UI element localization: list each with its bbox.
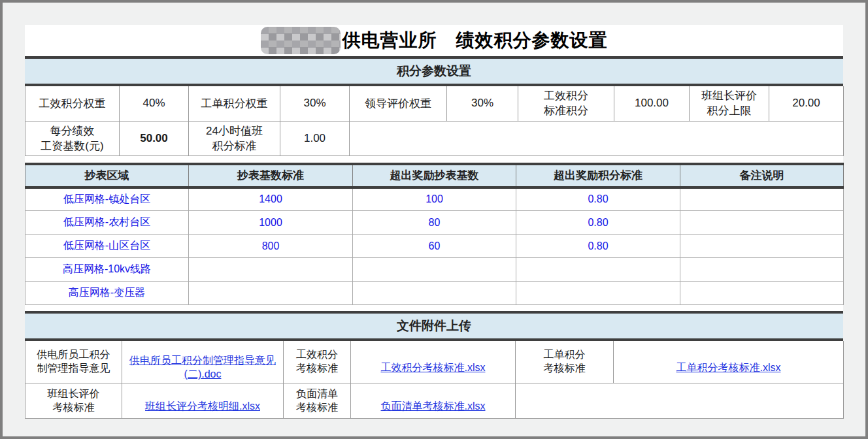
label-foreman-eval-file: 班组长评价 考核标准 [25, 383, 122, 419]
label-wage-base-per-point: 每分绩效 工资基数(元) [25, 121, 120, 155]
params-table: 工效积分权重 40% 工单积分权重 30% 领导评价权重 30% 工效积分 标准… [25, 86, 844, 156]
area-cell: 高压网格-10kv线路 [25, 258, 189, 282]
section-header-attachments: 文件附件上传 [25, 311, 843, 341]
value-foreman-eval-cap[interactable]: 20.00 [769, 86, 844, 121]
table-row: 高压网格-10kv线路 [25, 258, 844, 282]
table-row: 低压网格-山区台区 800 60 0.80 [25, 235, 844, 258]
remarks-cell[interactable] [680, 211, 844, 235]
attachments-row-2: 班组长评价 考核标准 班组长评分考核明细.xlsx 负面清单 考核标准 负面清单… [25, 383, 844, 419]
col-header-area: 抄表区域 [25, 164, 189, 187]
remarks-cell[interactable] [680, 282, 844, 305]
base-cell[interactable] [189, 258, 353, 282]
gongdan-standard-link[interactable]: 工单积分考核标准.xlsx [676, 362, 781, 373]
value-leader-eval-weight[interactable]: 30% [447, 86, 518, 121]
label-gongxiao-standard-points: 工效积分 标准积分 [518, 86, 614, 121]
area-cell: 低压网格-农村台区 [25, 211, 189, 235]
base-cell[interactable]: 1400 [189, 187, 353, 211]
attachments-empty-cell [516, 383, 844, 419]
area-cell: 高压网格-变压器 [25, 282, 189, 305]
label-gongxiao-weight: 工效积分权重 [25, 86, 120, 121]
label-leader-eval-weight: 领导评价权重 [350, 86, 447, 121]
spacer [25, 305, 843, 311]
app-window: 供电营业所 绩效积分参数设置 积分参数设置 工效积分权重 40% 工单积分权重 … [0, 0, 868, 439]
attachment-cell: 供电所员工积分制管理指导意见(二).doc [122, 341, 284, 383]
params-empty-cell [350, 121, 844, 155]
base-cell[interactable]: 1000 [189, 211, 353, 235]
table-row: 高压网格-变压器 [25, 282, 844, 305]
col-header-base-standard: 抄表基数标准 [189, 164, 353, 187]
negative-list-link[interactable]: 负面清单考核标准.xlsx [381, 400, 486, 412]
col-header-remarks: 备注说明 [680, 164, 844, 187]
meter-header-row: 抄表区域 抄表基数标准 超出奖励抄表基数 超出奖励积分标准 备注说明 [25, 164, 844, 187]
value-gongxiao-standard-points[interactable]: 100.00 [614, 86, 690, 121]
label-gongdan-standard-file: 工单积分 考核标准 [516, 341, 614, 383]
col-header-bonus-base: 超出奖励抄表基数 [353, 164, 516, 187]
attachment-cell: 班组长评分考核明细.xlsx [122, 383, 284, 419]
bonus-points-cell[interactable]: 0.80 [516, 211, 680, 235]
meter-reading-table: 抄表区域 抄表基数标准 超出奖励抄表基数 超出奖励积分标准 备注说明 低压网格-… [25, 163, 844, 306]
spacer [25, 156, 843, 163]
bonus-base-cell[interactable]: 80 [353, 211, 516, 235]
foreman-eval-link[interactable]: 班组长评分考核明细.xlsx [145, 400, 260, 412]
col-header-bonus-points: 超出奖励积分标准 [516, 164, 680, 187]
value-gongxiao-weight[interactable]: 40% [120, 86, 189, 121]
remarks-cell[interactable] [680, 258, 844, 282]
bonus-points-cell[interactable]: 0.80 [516, 235, 680, 258]
attachments-row-1: 供电所员工积分 制管理指导意见 供电所员工积分制管理指导意见(二).doc 工效… [25, 341, 844, 383]
label-foreman-eval-cap: 班组长评价 积分上限 [690, 86, 769, 121]
worksheet-panel: 供电营业所 绩效积分参数设置 积分参数设置 工效积分权重 40% 工单积分权重 … [25, 25, 843, 419]
attachment-cell: 工单积分考核标准.xlsx [614, 341, 844, 383]
label-guidance-doc: 供电所员工积分 制管理指导意见 [25, 341, 122, 383]
label-negative-list-file: 负面清单 考核标准 [284, 383, 351, 419]
section-header-params: 积分参数设置 [25, 59, 843, 86]
remarks-cell[interactable] [680, 187, 844, 211]
redacted-name-blur [261, 27, 341, 54]
bonus-points-cell[interactable] [516, 282, 680, 305]
bonus-points-cell[interactable] [516, 258, 680, 282]
bonus-base-cell[interactable]: 60 [353, 235, 516, 258]
params-row-1: 工效积分权重 40% 工单积分权重 30% 领导评价权重 30% 工效积分 标准… [25, 86, 844, 121]
remarks-cell[interactable] [680, 235, 844, 258]
label-gongdan-weight: 工单积分权重 [189, 86, 280, 121]
bonus-base-cell[interactable] [353, 282, 516, 305]
area-cell: 低压网格-镇处台区 [25, 187, 189, 211]
bonus-points-cell[interactable]: 0.80 [516, 187, 680, 211]
guidance-doc-link[interactable]: 供电所员工积分制管理指导意见(二).doc [129, 355, 276, 380]
value-gongdan-weight[interactable]: 30% [280, 86, 350, 121]
bonus-base-cell[interactable] [353, 258, 516, 282]
base-cell[interactable] [189, 282, 353, 305]
table-row: 低压网格-农村台区 1000 80 0.80 [25, 211, 844, 235]
base-cell[interactable]: 800 [189, 235, 353, 258]
table-row: 低压网格-镇处台区 1400 100 0.80 [25, 187, 844, 211]
area-cell: 低压网格-山区台区 [25, 235, 189, 258]
attachments-table: 供电所员工积分 制管理指导意见 供电所员工积分制管理指导意见(二).doc 工效… [25, 341, 844, 419]
value-24h-duty-standard[interactable]: 1.00 [280, 121, 350, 155]
gongxiao-standard-link[interactable]: 工效积分考核标准.xlsx [381, 362, 486, 373]
value-wage-base-per-point[interactable]: 50.00 [120, 121, 189, 155]
params-row-2: 每分绩效 工资基数(元) 50.00 24小时值班 积分标准 1.00 [25, 121, 844, 155]
label-24h-duty-standard: 24小时值班 积分标准 [189, 121, 280, 155]
page-title: 供电营业所 绩效积分参数设置 [342, 28, 608, 53]
title-row: 供电营业所 绩效积分参数设置 [25, 25, 843, 59]
bonus-base-cell[interactable]: 100 [353, 187, 516, 211]
label-gongxiao-standard-file: 工效积分 考核标准 [284, 341, 351, 383]
attachment-cell: 工效积分考核标准.xlsx [351, 341, 516, 383]
attachment-cell: 负面清单考核标准.xlsx [351, 383, 516, 419]
